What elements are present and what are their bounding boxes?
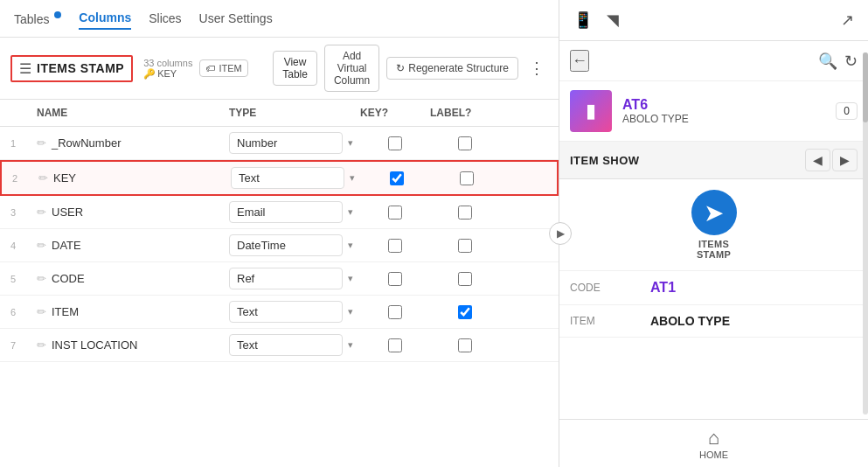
row-number: 5 [10, 274, 37, 284]
nav-user-settings[interactable]: User Settings [199, 8, 273, 29]
edit-icon[interactable]: ✏ [37, 338, 46, 352]
table-title: ITEMS STAMP [37, 61, 124, 75]
label-checkbox[interactable] [460, 171, 474, 185]
nav-slices[interactable]: Slices [149, 8, 181, 29]
mobile-view-button[interactable]: 📱 [570, 7, 596, 33]
column-name: DATE [52, 239, 81, 252]
select-arrow-icon: ▾ [348, 339, 353, 351]
key-checkbox-cell [360, 239, 430, 253]
refresh-icon: ↻ [844, 52, 858, 70]
right-scrollbar[interactable] [863, 52, 868, 415]
tables-dot-indicator [54, 11, 61, 18]
tag-icon: 🏷 [205, 63, 215, 73]
record-header: ▮ AT6 ABOLO TYPE 0 [559, 81, 868, 142]
select-arrow-icon: ▾ [350, 172, 355, 184]
row-name-cell: ✏KEY [38, 171, 231, 185]
type-dropdown[interactable]: NumberTextEmailDateTimeRefLongTextFileCh… [229, 132, 343, 154]
expand-button[interactable]: ⋮ [525, 55, 548, 81]
back-button[interactable]: ← [570, 50, 589, 72]
field-row-item: ITEM ABOLO TYPE [559, 305, 868, 338]
search-icon: 🔍 [818, 52, 837, 70]
label-checkbox[interactable] [458, 206, 472, 220]
prev-record-button[interactable]: ◀ [805, 149, 830, 171]
rows-container: 1✏_RowNumberNumberTextEmailDateTimeRefLo… [0, 127, 559, 467]
mobile-top-bar: ← 🔍 ↻ [559, 41, 868, 81]
add-virtual-column-button[interactable]: Add Virtual Column [324, 45, 379, 92]
label-checkbox[interactable] [458, 239, 472, 253]
label-checkbox[interactable] [458, 136, 472, 150]
field-value-item: ABOLO TYPE [650, 314, 858, 328]
key-checkbox[interactable] [388, 206, 402, 220]
table-row: 1✏_RowNumberNumberTextEmailDateTimeRefLo… [0, 127, 559, 160]
type-dropdown[interactable]: NumberTextEmailDateTimeRefLongTextFileCh… [229, 301, 343, 323]
fullscreen-button[interactable]: ↗ [837, 7, 858, 33]
nav-tables[interactable]: Tables [14, 8, 61, 30]
type-dropdown[interactable]: NumberTextEmailDateTimeRefLongTextFileCh… [231, 167, 344, 189]
edit-icon[interactable]: ✏ [38, 171, 48, 185]
nav-columns[interactable]: Columns [79, 7, 131, 30]
regenerate-structure-button[interactable]: ↻ Regenerate Structure [386, 57, 518, 80]
next-record-button[interactable]: ▶ [832, 149, 858, 171]
edit-icon[interactable]: ✏ [37, 136, 46, 150]
tablet-view-button[interactable]: ◥ [603, 7, 622, 33]
edit-icon[interactable]: ✏ [37, 239, 46, 252]
key-checkbox[interactable] [388, 338, 402, 352]
column-name: INST LOCATION [52, 338, 137, 352]
column-name: KEY [53, 171, 76, 185]
row-number: 2 [12, 173, 38, 184]
key-checkbox-cell [360, 338, 430, 352]
edit-icon[interactable]: ✏ [37, 272, 46, 285]
row-number: 4 [10, 240, 37, 251]
row-number: 3 [10, 207, 37, 218]
label-checkbox[interactable] [458, 272, 472, 286]
key-checkbox[interactable] [388, 136, 402, 150]
table-row: 2✏KEYNumberTextEmailDateTimeRefLongTextF… [0, 160, 559, 196]
row-name-cell: ✏USER [37, 206, 229, 219]
label-checkbox-cell [430, 272, 500, 286]
field-label-code: CODE [570, 282, 640, 294]
left-panel: Tables Columns Slices User Settings ☰ IT… [0, 0, 559, 467]
bottom-nav: ⌂ HOME [559, 419, 868, 467]
row-name-cell: ✏DATE [37, 239, 229, 252]
section-title: ITEM SHOW [570, 154, 805, 167]
items-stamp-icon: ➤ [691, 190, 737, 235]
column-name: CODE [52, 272, 85, 285]
key-checkbox[interactable] [388, 239, 402, 253]
type-select-cell: NumberTextEmailDateTimeRefLongTextFileCh… [229, 301, 360, 323]
row-number: 7 [10, 340, 37, 351]
label-checkbox[interactable] [458, 305, 472, 319]
collapse-panel-button[interactable]: ▶ [549, 222, 572, 245]
right-panel: 📱 ◥ ↗ ← 🔍 ↻ [559, 0, 868, 467]
record-thumb-icon: ▮ [586, 100, 596, 122]
label-checkbox[interactable] [458, 338, 472, 352]
key-checkbox[interactable] [388, 272, 402, 286]
label-checkbox-cell [430, 239, 500, 253]
row-number: 6 [10, 307, 37, 317]
col-header-type: TYPE [229, 107, 360, 119]
type-select-cell: NumberTextEmailDateTimeRefLongTextFileCh… [231, 167, 362, 189]
type-select-cell: NumberTextEmailDateTimeRefLongTextFileCh… [229, 234, 360, 256]
key-checkbox[interactable] [390, 171, 404, 185]
select-arrow-icon: ▾ [348, 240, 353, 251]
table-row: 6✏ITEMNumberTextEmailDateTimeRefLongText… [0, 296, 559, 329]
col-header-num [10, 107, 37, 119]
view-table-button[interactable]: View Table [273, 51, 317, 87]
type-dropdown[interactable]: NumberTextEmailDateTimeRefLongTextFileCh… [229, 201, 343, 223]
column-name: _RowNumber [52, 136, 121, 150]
telegram-icon: ➤ [704, 199, 724, 227]
edit-icon[interactable]: ✏ [37, 206, 46, 219]
type-dropdown[interactable]: NumberTextEmailDateTimeRefLongTextFileCh… [229, 234, 343, 256]
edit-icon[interactable]: ✏ [37, 305, 46, 318]
refresh-button[interactable]: ↻ [844, 52, 858, 71]
column-name: USER [52, 206, 83, 219]
record-thumb-inner: ▮ [570, 90, 612, 132]
key-badge: 🔑 KEY [143, 68, 192, 80]
label-checkbox-cell [430, 136, 500, 150]
select-arrow-icon: ▾ [348, 306, 353, 317]
field-value-code: AT1 [650, 280, 858, 296]
type-dropdown[interactable]: NumberTextEmailDateTimeRefLongTextFileCh… [229, 268, 343, 289]
device-bar: 📱 ◥ ↗ [559, 0, 868, 41]
type-dropdown[interactable]: NumberTextEmailDateTimeRefLongTextFileCh… [229, 334, 343, 356]
search-button[interactable]: 🔍 [818, 52, 837, 71]
key-checkbox[interactable] [388, 305, 402, 319]
